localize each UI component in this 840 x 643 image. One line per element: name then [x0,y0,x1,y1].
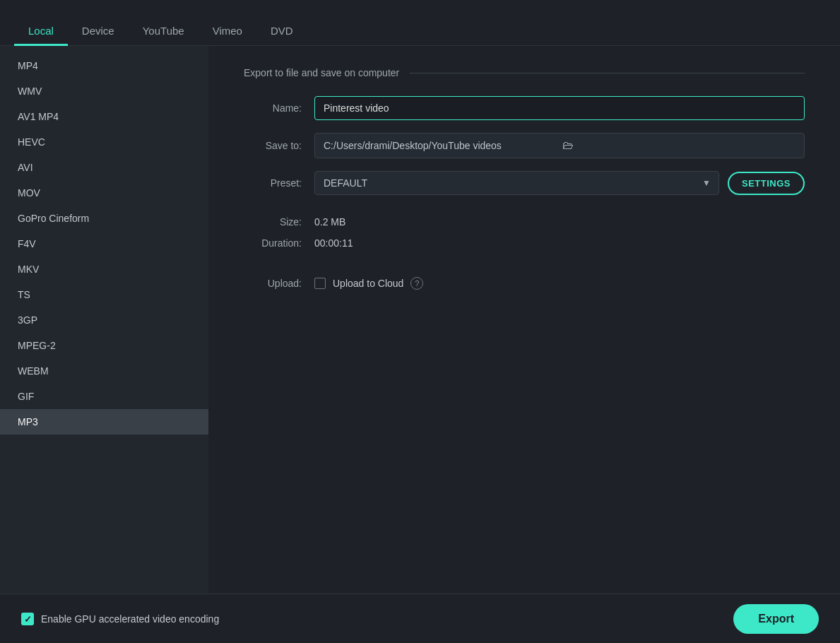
sidebar-item-gif[interactable]: GIF [0,384,208,409]
size-label: Size: [244,216,314,228]
preset-row: Preset: DEFAULT HIGH QUALITY LOW QUALITY… [244,171,805,195]
main-layout: MP4 WMV AV1 MP4 HEVC AVI MOV GoPro Cinef… [0,46,840,594]
folder-icon[interactable]: 🗁 [562,139,795,152]
upload-to-cloud-label[interactable]: Upload to Cloud [333,278,403,289]
preset-select[interactable]: DEFAULT HIGH QUALITY LOW QUALITY CUSTOM [314,171,719,195]
sidebar-item-gopro[interactable]: GoPro Cineform [0,206,208,231]
sidebar: MP4 WMV AV1 MP4 HEVC AVI MOV GoPro Cinef… [0,46,208,594]
save-to-path-text: C:/Users/drami/Desktop/YouTube videos [324,140,557,151]
bottom-bar: Enable GPU accelerated video encoding Ex… [0,594,840,643]
sidebar-item-mov[interactable]: MOV [0,180,208,206]
help-icon[interactable]: ? [410,277,423,290]
sidebar-item-f4v[interactable]: F4V [0,231,208,256]
duration-row: Duration: 00:00:11 [244,237,805,249]
sidebar-item-3gp[interactable]: 3GP [0,307,208,333]
name-row: Name: [244,96,805,120]
preset-label: Preset: [244,177,314,189]
tab-local[interactable]: Local [14,18,68,46]
tab-dvd[interactable]: DVD [256,18,307,46]
tab-device[interactable]: Device [68,18,129,46]
upload-to-cloud-checkbox[interactable] [314,278,326,289]
content-area: Export to file and save on computer Name… [208,46,840,594]
sidebar-item-mpeg2[interactable]: MPEG-2 [0,333,208,358]
sidebar-item-mkv[interactable]: MKV [0,256,208,282]
upload-label: Upload: [244,278,314,289]
name-label: Name: [244,102,314,114]
upload-checkbox-area: Upload to Cloud ? [314,277,423,290]
tab-vimeo[interactable]: Vimeo [199,18,256,46]
preset-select-wrapper: DEFAULT HIGH QUALITY LOW QUALITY CUSTOM … [314,171,719,195]
save-to-path[interactable]: C:/Users/drami/Desktop/YouTube videos 🗁 [314,133,805,158]
section-title: Export to file and save on computer [244,67,805,78]
sidebar-item-ts[interactable]: TS [0,282,208,307]
preset-wrapper: DEFAULT HIGH QUALITY LOW QUALITY CUSTOM … [314,171,805,195]
size-value: 0.2 MB [314,216,345,228]
sidebar-item-avi[interactable]: AVI [0,155,208,180]
sidebar-item-av1mp4[interactable]: AV1 MP4 [0,104,208,129]
export-button[interactable]: Export [733,604,819,634]
duration-label: Duration: [244,237,314,249]
sidebar-item-mp4[interactable]: MP4 [0,53,208,78]
gpu-checkbox[interactable] [21,613,34,625]
gpu-label: Enable GPU accelerated video encoding [41,613,219,625]
settings-button[interactable]: SETTINGS [728,172,805,195]
duration-value: 00:00:11 [314,237,353,249]
name-input[interactable] [314,96,805,120]
sidebar-item-wmv[interactable]: WMV [0,78,208,104]
top-nav: Local Device YouTube Vimeo DVD [0,0,840,46]
tab-youtube[interactable]: YouTube [129,18,199,46]
size-row: Size: 0.2 MB [244,216,805,228]
sidebar-item-hevc[interactable]: HEVC [0,129,208,155]
save-to-label: Save to: [244,140,314,151]
upload-row: Upload: Upload to Cloud ? [244,277,805,290]
sidebar-item-mp3[interactable]: MP3 [0,409,208,435]
gpu-checkbox-area: Enable GPU accelerated video encoding [21,613,219,625]
sidebar-item-webm[interactable]: WEBM [0,358,208,384]
save-to-row: Save to: C:/Users/drami/Desktop/YouTube … [244,133,805,158]
